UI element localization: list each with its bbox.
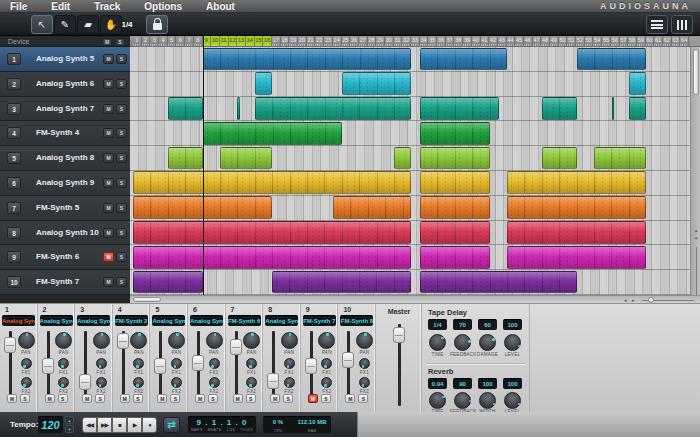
strip-solo-button[interactable]: S — [133, 394, 143, 403]
ruler-bar-12[interactable]: 12 — [229, 36, 238, 47]
ruler-bar-50[interactable]: 50 — [559, 36, 568, 47]
strip-mute-button[interactable]: M — [120, 394, 130, 403]
grid-row-2[interactable] — [130, 72, 690, 97]
ruler-bar-23[interactable]: 23 — [324, 36, 333, 47]
clip[interactable] — [133, 246, 411, 269]
grid-row-9[interactable] — [130, 245, 690, 270]
tape-delay-damage-knob[interactable] — [479, 334, 496, 351]
strip-solo-button[interactable]: S — [208, 394, 218, 403]
track-mute-button[interactable]: M — [103, 54, 114, 64]
ruler-bar-7[interactable]: 7 — [185, 36, 194, 47]
scroll-up-icon[interactable]: ▴ — [691, 227, 700, 233]
ruler-bar-53[interactable]: 53 — [585, 36, 594, 47]
ruler-bar-62[interactable]: 62 — [663, 36, 672, 47]
fx1-send-knob[interactable] — [359, 358, 370, 369]
clip[interactable] — [272, 271, 411, 294]
grid-row-8[interactable] — [130, 221, 690, 246]
strip-solo-button[interactable]: S — [246, 394, 256, 403]
track-row-6[interactable]: 6Analog Synth 9MS — [0, 171, 130, 196]
clip-sliver[interactable] — [237, 97, 240, 120]
fx1-send-knob[interactable] — [58, 358, 69, 369]
fx1-send-knob[interactable] — [321, 358, 332, 369]
ruler-bar-16[interactable]: 16 — [263, 36, 272, 47]
fx2-send-knob[interactable] — [21, 377, 32, 388]
fx1-send-knob[interactable] — [209, 358, 220, 369]
ruler-bar-25[interactable]: 25 — [342, 36, 351, 47]
reverb-time-knob[interactable] — [429, 392, 446, 409]
grid-row-6[interactable] — [130, 171, 690, 196]
clip[interactable] — [255, 97, 412, 120]
track-solo-button[interactable]: S — [116, 277, 127, 287]
ruler-bar-54[interactable]: 54 — [593, 36, 602, 47]
pan-tool-button[interactable]: ✋ — [100, 15, 122, 34]
ruler-bar-56[interactable]: 56 — [611, 36, 620, 47]
strip-fader-thumb[interactable] — [267, 373, 279, 389]
strip-fader-thumb[interactable] — [230, 339, 242, 355]
reverb-level-knob[interactable] — [504, 392, 521, 409]
ruler-bar-38[interactable]: 38 — [454, 36, 463, 47]
ruler-bar-57[interactable]: 57 — [620, 36, 629, 47]
ruler-bar-46[interactable]: 46 — [524, 36, 533, 47]
ruler-bar-49[interactable]: 49 — [550, 36, 559, 47]
play-button[interactable]: ▶ — [127, 417, 142, 433]
strip-solo-button[interactable]: S — [170, 394, 180, 403]
clip[interactable] — [168, 97, 203, 120]
strip-fader-thumb[interactable] — [154, 358, 166, 374]
track-mute-button[interactable]: M — [103, 79, 114, 89]
erase-tool-button[interactable]: ▰ — [77, 15, 99, 34]
strip-fader-thumb[interactable] — [192, 355, 204, 371]
track-solo-button[interactable]: S — [116, 54, 127, 64]
ruler-bar-40[interactable]: 40 — [472, 36, 481, 47]
track-row-4[interactable]: 4FM-Synth 4MS — [0, 121, 130, 146]
ruler-bar-19[interactable]: 19 — [289, 36, 298, 47]
clip[interactable] — [420, 171, 490, 194]
clip[interactable] — [394, 147, 411, 170]
clip[interactable] — [420, 122, 490, 145]
fx1-send-knob[interactable] — [246, 358, 257, 369]
clip[interactable] — [507, 221, 646, 244]
ruler-bar-63[interactable]: 63 — [672, 36, 681, 47]
strip-solo-button[interactable]: S — [58, 394, 68, 403]
mixer-view-button[interactable] — [671, 15, 693, 34]
ruler-bar-9[interactable]: 9 — [203, 36, 212, 47]
ruler-bar-4[interactable]: 4 — [159, 36, 168, 47]
clip[interactable] — [133, 171, 411, 194]
track-row-10[interactable]: 10FM-Synth 7MS — [0, 270, 130, 295]
ruler-bar-47[interactable]: 47 — [533, 36, 542, 47]
clip[interactable] — [507, 171, 646, 194]
strip-solo-button[interactable]: S — [283, 394, 293, 403]
ruler-bar-44[interactable]: 44 — [507, 36, 516, 47]
reverb-width-knob[interactable] — [479, 392, 496, 409]
clip[interactable] — [542, 97, 577, 120]
track-mute-button[interactable]: M — [103, 153, 114, 163]
fx1-send-knob[interactable] — [96, 358, 107, 369]
fx2-send-knob[interactable] — [284, 377, 295, 388]
ruler-bar-59[interactable]: 59 — [637, 36, 646, 47]
track-row-3[interactable]: 3Analog Synth 7MS — [0, 97, 130, 122]
ruler-bar-34[interactable]: 34 — [420, 36, 429, 47]
stop-button[interactable]: ■ — [112, 417, 127, 433]
pan-knob[interactable] — [168, 332, 185, 349]
ruler-bar-41[interactable]: 41 — [481, 36, 490, 47]
menu-track[interactable]: Track — [94, 0, 120, 13]
strip-mute-button[interactable]: M — [270, 394, 280, 403]
track-solo-button[interactable]: S — [116, 228, 127, 238]
clip[interactable] — [420, 147, 490, 170]
track-mute-button[interactable]: M — [103, 128, 114, 138]
clip[interactable] — [203, 122, 342, 145]
clip[interactable] — [420, 48, 507, 71]
clip[interactable] — [420, 97, 498, 120]
pan-knob[interactable] — [243, 332, 260, 349]
track-solo-button[interactable]: S — [116, 203, 127, 213]
tape-delay-time-knob[interactable] — [429, 334, 446, 351]
vertical-scrollbar-thumb[interactable] — [693, 49, 700, 95]
ruler-bar-51[interactable]: 51 — [567, 36, 576, 47]
grid-row-7[interactable] — [130, 196, 690, 221]
track-solo-button[interactable]: S — [116, 153, 127, 163]
ruler-bar-1[interactable]: 1 — [133, 36, 142, 47]
strip-fader-thumb[interactable] — [4, 337, 16, 353]
pan-knob[interactable] — [55, 332, 72, 349]
ruler-bar-64[interactable]: 64 — [680, 36, 689, 47]
ruler-bar-10[interactable]: 10 — [211, 36, 220, 47]
grid-row-3[interactable] — [130, 97, 690, 122]
